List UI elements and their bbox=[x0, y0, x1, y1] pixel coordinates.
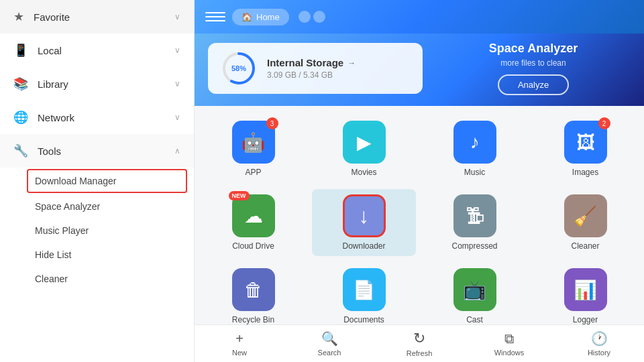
recycle-bin-icon-box: 🗑 bbox=[232, 268, 275, 311]
search-icon: 🔍 bbox=[321, 330, 338, 347]
grid-item-cast[interactable]: 📺 Cast bbox=[423, 263, 527, 324]
cast-icon-box: 📺 bbox=[453, 268, 496, 311]
network-icon: 🌐 bbox=[13, 110, 28, 125]
sidebar-item-label: Network bbox=[38, 112, 74, 123]
main-content: 🏠 Home 58% Internal Storage → 3.09 bbox=[195, 0, 644, 362]
arrow-right-icon: → bbox=[347, 58, 356, 68]
movies-label: Movies bbox=[351, 168, 376, 177]
new-icon: + bbox=[235, 331, 244, 347]
menu-button[interactable] bbox=[205, 7, 225, 27]
sidebar-item-library[interactable]: 📚 Library ∨ bbox=[0, 67, 194, 101]
documents-icon-box: 📄 bbox=[343, 268, 386, 311]
images-icon-box: 🖼 2 bbox=[564, 121, 607, 164]
sidebar-sub-hide-list[interactable]: Hide List bbox=[35, 243, 194, 267]
breadcrumb-dots bbox=[299, 11, 325, 23]
grid-item-movies[interactable]: ▶ Movies bbox=[312, 115, 416, 182]
downloader-label: Downloader bbox=[342, 241, 385, 251]
grid-item-downloader[interactable]: ↓ Downloader bbox=[312, 189, 416, 256]
compressed-icon-box: 🗜 bbox=[453, 194, 496, 237]
refresh-icon: ↻ bbox=[413, 330, 425, 347]
documents-label: Documents bbox=[343, 315, 384, 324]
cloud-drive-label: Cloud Drive bbox=[232, 241, 274, 251]
storage-card[interactable]: 58% Internal Storage → 3.09 GB / 5.34 GB bbox=[208, 43, 423, 94]
history-icon: 🕐 bbox=[591, 330, 608, 347]
compressed-label: Compressed bbox=[451, 241, 497, 251]
chevron-down-icon: ∨ bbox=[174, 46, 180, 55]
music-label: Music bbox=[464, 168, 485, 177]
grid-item-recycle-bin[interactable]: 🗑 Recycle Bin bbox=[201, 263, 305, 324]
movies-icon-box: ▶ bbox=[343, 121, 386, 164]
file-grid: 🤖 3 APP ▶ Movies ♪ Music bbox=[201, 115, 637, 324]
sidebar-item-tools[interactable]: 🔧 Tools ∧ bbox=[0, 134, 194, 168]
sidebar-item-label: Tools bbox=[38, 145, 61, 157]
sidebar: ★ Favorite ∨ 📱 Local ∨ 📚 Library ∨ 🌐 Net… bbox=[0, 0, 195, 362]
recycle-bin-label: Recycle Bin bbox=[232, 315, 274, 324]
logger-label: Logger bbox=[573, 315, 598, 324]
sidebar-item-label: Library bbox=[38, 78, 68, 90]
grid-item-compressed[interactable]: 🗜 Compressed bbox=[423, 189, 527, 256]
storage-info: Internal Storage → 3.09 GB / 5.34 GB bbox=[267, 57, 356, 80]
grid-item-logger[interactable]: 📊 Logger bbox=[533, 263, 637, 324]
space-analyzer-title: Space Analyzer bbox=[489, 42, 578, 56]
app-badge: 3 bbox=[266, 117, 278, 129]
cleaner-label: Cleaner bbox=[571, 241, 599, 251]
downloader-icon-box: ↓ bbox=[343, 194, 386, 237]
dot-1 bbox=[299, 11, 311, 23]
grid-item-cloud-drive[interactable]: ☁ NEW Cloud Drive bbox=[201, 189, 305, 256]
header-section: 58% Internal Storage → 3.09 GB / 5.34 GB… bbox=[195, 34, 644, 106]
sidebar-item-label: Local bbox=[38, 45, 62, 56]
storage-progress-circle: 58% bbox=[221, 51, 256, 86]
chevron-up-icon: ∧ bbox=[174, 146, 180, 156]
home-icon: 🏠 bbox=[241, 12, 252, 22]
file-grid-area: 🤖 3 APP ▶ Movies ♪ Music bbox=[195, 106, 644, 324]
images-badge: 2 bbox=[598, 117, 610, 129]
grid-item-images[interactable]: 🖼 2 Images bbox=[533, 115, 637, 182]
analyze-button[interactable]: Analyze bbox=[498, 74, 569, 95]
storage-percent-label: 58% bbox=[231, 64, 246, 72]
dot-2 bbox=[313, 11, 325, 23]
sidebar-sub-download-manager[interactable]: Download Manager bbox=[27, 169, 187, 193]
grid-item-cleaner[interactable]: 🧹 Cleaner bbox=[533, 189, 637, 256]
tools-submenu: Download Manager Space Analyzer Music Pl… bbox=[0, 168, 194, 291]
grid-item-documents[interactable]: 📄 Documents bbox=[312, 263, 416, 324]
space-analyzer-subtitle: more files to clean bbox=[500, 58, 566, 68]
nav-new[interactable]: + New bbox=[195, 327, 284, 361]
cleaner-icon-box: 🧹 bbox=[564, 194, 607, 237]
app-icon-box: 🤖 3 bbox=[232, 121, 275, 164]
bottom-navigation: + New 🔍 Search ↻ Refresh ⧉ Windows 🕐 His… bbox=[195, 324, 644, 362]
music-icon-box: ♪ bbox=[453, 121, 496, 164]
favorite-icon: ★ bbox=[13, 9, 24, 24]
cloud-drive-icon-box: ☁ NEW bbox=[232, 194, 275, 237]
library-icon: 📚 bbox=[13, 76, 28, 91]
nav-windows[interactable]: ⧉ Windows bbox=[464, 327, 554, 361]
chevron-down-icon: ∨ bbox=[174, 12, 180, 21]
sidebar-item-network[interactable]: 🌐 Network ∨ bbox=[0, 101, 194, 134]
grid-item-music[interactable]: ♪ Music bbox=[423, 115, 527, 182]
tools-icon: 🔧 bbox=[13, 143, 28, 158]
cast-label: Cast bbox=[466, 315, 483, 324]
space-analyzer-panel: Space Analyzer more files to clean Analy… bbox=[436, 42, 631, 95]
new-badge: NEW bbox=[229, 191, 250, 200]
nav-refresh[interactable]: ↻ Refresh bbox=[374, 326, 464, 361]
topbar: 🏠 Home bbox=[195, 0, 644, 34]
sidebar-sub-music-player[interactable]: Music Player bbox=[35, 219, 194, 243]
sidebar-sub-space-analyzer[interactable]: Space Analyzer bbox=[35, 194, 194, 219]
nav-search[interactable]: 🔍 Search bbox=[284, 326, 374, 361]
nav-history[interactable]: 🕐 History bbox=[554, 326, 644, 361]
chevron-down-icon: ∨ bbox=[174, 113, 180, 122]
local-icon: 📱 bbox=[13, 43, 28, 58]
home-button[interactable]: 🏠 Home bbox=[232, 9, 289, 25]
grid-item-app[interactable]: 🤖 3 APP bbox=[201, 115, 305, 182]
sidebar-item-label: Favorite bbox=[34, 11, 70, 23]
logger-icon-box: 📊 bbox=[564, 268, 607, 311]
sidebar-item-favorite[interactable]: ★ Favorite ∨ bbox=[0, 0, 194, 34]
sidebar-item-local[interactable]: 📱 Local ∨ bbox=[0, 34, 194, 67]
chevron-down-icon: ∨ bbox=[174, 79, 180, 88]
windows-icon: ⧉ bbox=[504, 331, 514, 347]
app-label: APP bbox=[245, 168, 261, 177]
images-label: Images bbox=[572, 168, 598, 177]
sidebar-sub-cleaner[interactable]: Cleaner bbox=[35, 267, 194, 291]
